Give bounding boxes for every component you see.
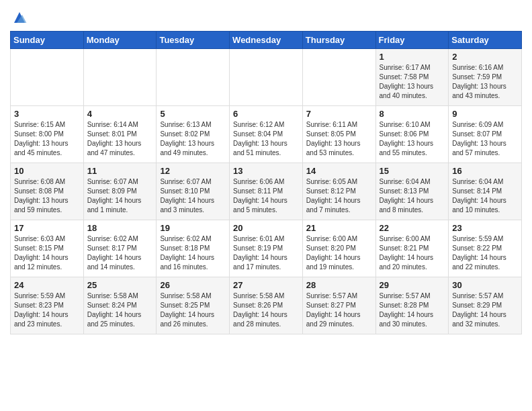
calendar-cell: 17Sunrise: 6:03 AMSunset: 8:15 PMDayligh… bbox=[11, 220, 84, 277]
day-number: 13 bbox=[233, 166, 299, 176]
day-info: Sunrise: 6:07 AMSunset: 8:09 PMDaylight:… bbox=[87, 177, 153, 215]
calendar-cell: 8Sunrise: 6:10 AMSunset: 8:06 PMDaylight… bbox=[375, 106, 449, 163]
calendar-cell: 5Sunrise: 6:13 AMSunset: 8:02 PMDaylight… bbox=[157, 106, 230, 163]
calendar-week-4: 17Sunrise: 6:03 AMSunset: 8:15 PMDayligh… bbox=[11, 220, 522, 277]
day-number: 29 bbox=[380, 280, 445, 290]
day-info: Sunrise: 6:09 AMSunset: 8:07 PMDaylight:… bbox=[452, 120, 518, 158]
day-number: 23 bbox=[452, 223, 518, 233]
calendar-cell: 27Sunrise: 5:58 AMSunset: 8:26 PMDayligh… bbox=[230, 277, 303, 334]
day-info: Sunrise: 6:02 AMSunset: 8:18 PMDaylight:… bbox=[160, 234, 226, 272]
day-number: 3 bbox=[14, 109, 80, 119]
day-number: 28 bbox=[306, 280, 372, 290]
calendar-cell: 19Sunrise: 6:02 AMSunset: 8:18 PMDayligh… bbox=[157, 220, 230, 277]
day-info: Sunrise: 6:17 AMSunset: 7:58 PMDaylight:… bbox=[380, 63, 445, 101]
calendar-cell: 16Sunrise: 6:04 AMSunset: 8:14 PMDayligh… bbox=[449, 163, 522, 220]
day-info: Sunrise: 6:16 AMSunset: 7:59 PMDaylight:… bbox=[452, 63, 518, 101]
logo-icon bbox=[11, 9, 28, 26]
calendar-cell: 13Sunrise: 6:06 AMSunset: 8:11 PMDayligh… bbox=[230, 163, 303, 220]
page: SundayMondayTuesdayWednesdayThursdayFrid… bbox=[0, 0, 532, 345]
day-info: Sunrise: 6:04 AMSunset: 8:13 PMDaylight:… bbox=[380, 177, 445, 215]
calendar-cell: 20Sunrise: 6:01 AMSunset: 8:19 PMDayligh… bbox=[230, 220, 303, 277]
weekday-header-sunday: Sunday bbox=[11, 32, 84, 49]
day-info: Sunrise: 6:04 AMSunset: 8:14 PMDaylight:… bbox=[452, 177, 518, 215]
day-number: 1 bbox=[380, 52, 445, 62]
day-info: Sunrise: 6:13 AMSunset: 8:02 PMDaylight:… bbox=[160, 120, 226, 158]
day-number: 2 bbox=[452, 52, 518, 62]
day-number: 9 bbox=[452, 109, 518, 119]
calendar-cell: 14Sunrise: 6:05 AMSunset: 8:12 PMDayligh… bbox=[302, 163, 375, 220]
day-info: Sunrise: 6:01 AMSunset: 8:19 PMDaylight:… bbox=[233, 234, 299, 272]
day-info: Sunrise: 6:10 AMSunset: 8:06 PMDaylight:… bbox=[380, 120, 445, 158]
calendar-cell bbox=[157, 49, 230, 106]
calendar-cell: 15Sunrise: 6:04 AMSunset: 8:13 PMDayligh… bbox=[375, 163, 449, 220]
day-info: Sunrise: 6:03 AMSunset: 8:15 PMDaylight:… bbox=[14, 234, 80, 272]
day-info: Sunrise: 5:58 AMSunset: 8:24 PMDaylight:… bbox=[87, 291, 153, 329]
calendar-cell bbox=[230, 49, 303, 106]
calendar-cell bbox=[11, 49, 84, 106]
logo bbox=[10, 9, 28, 26]
day-number: 24 bbox=[14, 280, 80, 290]
day-info: Sunrise: 6:06 AMSunset: 8:11 PMDaylight:… bbox=[233, 177, 299, 215]
day-number: 26 bbox=[160, 280, 226, 290]
calendar-cell: 6Sunrise: 6:12 AMSunset: 8:04 PMDaylight… bbox=[230, 106, 303, 163]
calendar-cell: 24Sunrise: 5:59 AMSunset: 8:23 PMDayligh… bbox=[11, 277, 84, 334]
calendar-cell: 22Sunrise: 6:00 AMSunset: 8:21 PMDayligh… bbox=[375, 220, 449, 277]
calendar-cell: 11Sunrise: 6:07 AMSunset: 8:09 PMDayligh… bbox=[83, 163, 157, 220]
day-number: 25 bbox=[87, 280, 153, 290]
header bbox=[10, 7, 522, 26]
day-info: Sunrise: 5:58 AMSunset: 8:25 PMDaylight:… bbox=[160, 291, 226, 329]
day-number: 17 bbox=[14, 223, 80, 233]
calendar-cell: 30Sunrise: 5:57 AMSunset: 8:29 PMDayligh… bbox=[449, 277, 522, 334]
calendar-cell: 4Sunrise: 6:14 AMSunset: 8:01 PMDaylight… bbox=[83, 106, 157, 163]
day-number: 19 bbox=[160, 223, 226, 233]
calendar-cell: 3Sunrise: 6:15 AMSunset: 8:00 PMDaylight… bbox=[11, 106, 84, 163]
calendar-cell: 7Sunrise: 6:11 AMSunset: 8:05 PMDaylight… bbox=[302, 106, 375, 163]
day-number: 4 bbox=[87, 109, 153, 119]
calendar-table: SundayMondayTuesdayWednesdayThursdayFrid… bbox=[10, 31, 522, 334]
day-info: Sunrise: 5:57 AMSunset: 8:29 PMDaylight:… bbox=[452, 291, 518, 329]
day-info: Sunrise: 6:07 AMSunset: 8:10 PMDaylight:… bbox=[160, 177, 226, 215]
day-number: 22 bbox=[380, 223, 445, 233]
calendar-cell: 25Sunrise: 5:58 AMSunset: 8:24 PMDayligh… bbox=[83, 277, 157, 334]
calendar-week-1: 1Sunrise: 6:17 AMSunset: 7:58 PMDaylight… bbox=[11, 49, 522, 106]
day-number: 5 bbox=[160, 109, 226, 119]
weekday-header-friday: Friday bbox=[375, 32, 449, 49]
calendar-cell: 12Sunrise: 6:07 AMSunset: 8:10 PMDayligh… bbox=[157, 163, 230, 220]
day-info: Sunrise: 6:08 AMSunset: 8:08 PMDaylight:… bbox=[14, 177, 80, 215]
day-info: Sunrise: 5:59 AMSunset: 8:22 PMDaylight:… bbox=[452, 234, 518, 272]
calendar-cell: 10Sunrise: 6:08 AMSunset: 8:08 PMDayligh… bbox=[11, 163, 84, 220]
calendar-cell: 23Sunrise: 5:59 AMSunset: 8:22 PMDayligh… bbox=[449, 220, 522, 277]
day-number: 12 bbox=[160, 166, 226, 176]
weekday-header-saturday: Saturday bbox=[449, 32, 522, 49]
calendar-cell: 28Sunrise: 5:57 AMSunset: 8:27 PMDayligh… bbox=[302, 277, 375, 334]
day-number: 15 bbox=[380, 166, 445, 176]
day-info: Sunrise: 5:57 AMSunset: 8:27 PMDaylight:… bbox=[306, 291, 372, 329]
calendar-cell: 1Sunrise: 6:17 AMSunset: 7:58 PMDaylight… bbox=[375, 49, 449, 106]
calendar-header-row: SundayMondayTuesdayWednesdayThursdayFrid… bbox=[11, 32, 522, 49]
day-number: 16 bbox=[452, 166, 518, 176]
calendar-week-3: 10Sunrise: 6:08 AMSunset: 8:08 PMDayligh… bbox=[11, 163, 522, 220]
day-number: 6 bbox=[233, 109, 299, 119]
day-number: 20 bbox=[233, 223, 299, 233]
weekday-header-wednesday: Wednesday bbox=[230, 32, 303, 49]
calendar-cell bbox=[302, 49, 375, 106]
calendar-cell: 29Sunrise: 5:57 AMSunset: 8:28 PMDayligh… bbox=[375, 277, 449, 334]
calendar-cell bbox=[83, 49, 157, 106]
day-info: Sunrise: 6:02 AMSunset: 8:17 PMDaylight:… bbox=[87, 234, 153, 272]
day-info: Sunrise: 6:12 AMSunset: 8:04 PMDaylight:… bbox=[233, 120, 299, 158]
calendar-cell: 18Sunrise: 6:02 AMSunset: 8:17 PMDayligh… bbox=[83, 220, 157, 277]
day-number: 30 bbox=[452, 280, 518, 290]
day-number: 11 bbox=[87, 166, 153, 176]
day-number: 27 bbox=[233, 280, 299, 290]
day-info: Sunrise: 6:14 AMSunset: 8:01 PMDaylight:… bbox=[87, 120, 153, 158]
day-info: Sunrise: 6:05 AMSunset: 8:12 PMDaylight:… bbox=[306, 177, 372, 215]
day-number: 21 bbox=[306, 223, 372, 233]
day-info: Sunrise: 5:58 AMSunset: 8:26 PMDaylight:… bbox=[233, 291, 299, 329]
weekday-header-thursday: Thursday bbox=[302, 32, 375, 49]
weekday-header-tuesday: Tuesday bbox=[157, 32, 230, 49]
calendar-cell: 21Sunrise: 6:00 AMSunset: 8:20 PMDayligh… bbox=[302, 220, 375, 277]
calendar-week-2: 3Sunrise: 6:15 AMSunset: 8:00 PMDaylight… bbox=[11, 106, 522, 163]
calendar-cell: 9Sunrise: 6:09 AMSunset: 8:07 PMDaylight… bbox=[449, 106, 522, 163]
day-info: Sunrise: 5:59 AMSunset: 8:23 PMDaylight:… bbox=[14, 291, 80, 329]
day-number: 14 bbox=[306, 166, 372, 176]
